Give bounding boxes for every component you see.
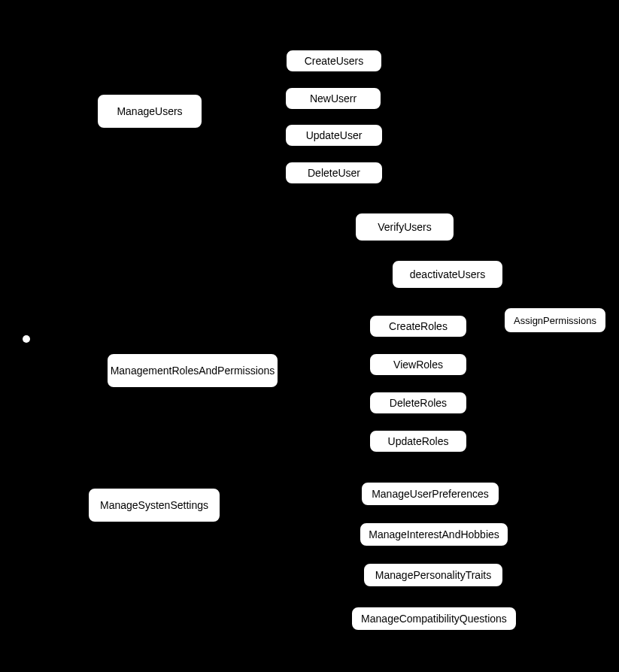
node-manage-user-preferences: ManageUserPreferences (360, 481, 500, 507)
node-verify-users: VerifyUsers (354, 212, 455, 242)
diagram-canvas: ManageUsers ManagementRolesAndPermission… (0, 0, 619, 672)
actor-dot (23, 335, 30, 343)
node-manage-personality-traits: ManagePersonalityTraits (363, 562, 504, 588)
node-assign-permissions: AssignPermissions (503, 307, 607, 334)
node-create-users: CreateUsers (285, 49, 383, 73)
node-manage-interest-and-hobbies: ManageInterestAndHobbies (359, 522, 509, 547)
node-new-userr: NewUserr (284, 86, 382, 110)
node-manage-compatibility-questions: ManageCompatibilityQuestions (350, 606, 517, 631)
node-manage-system-settings: ManageSystenSettings (87, 487, 221, 523)
node-update-user: UpdateUser (284, 123, 384, 147)
node-management-roles-and-permissions: ManagementRolesAndPermissions (106, 353, 279, 389)
node-update-roles: UpdateRoles (369, 429, 468, 453)
node-deactivate-users: deactivateUsers (391, 259, 504, 289)
node-delete-roles: DeleteRoles (369, 391, 468, 415)
node-create-roles: CreateRoles (369, 314, 468, 338)
node-delete-user: DeleteUser (284, 161, 384, 185)
node-view-roles: ViewRoles (369, 353, 468, 377)
node-manage-users: ManageUsers (96, 93, 203, 129)
